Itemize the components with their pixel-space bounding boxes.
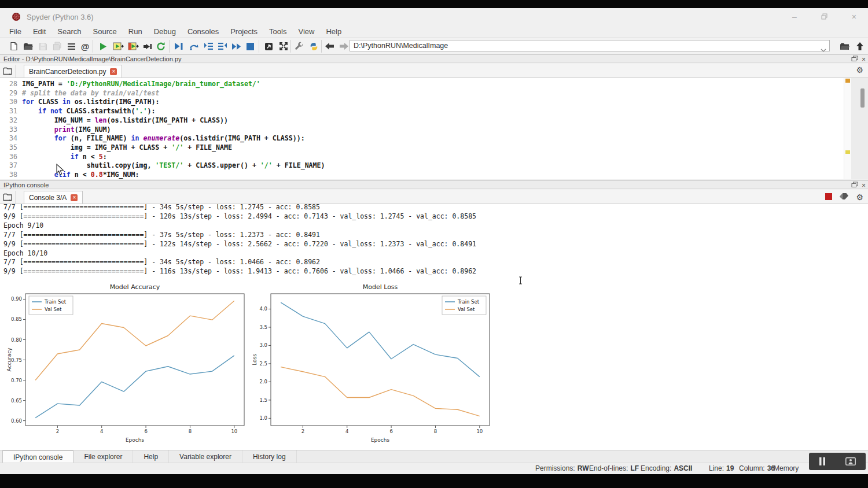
svg-text:Epochs: Epochs — [371, 437, 390, 443]
plugin-tab-variable-explorer[interactable]: Variable explorer — [169, 450, 242, 463]
menu-search[interactable]: Search — [52, 27, 87, 36]
video-frame: Spyder (Python 3.6) – × FileEditSearchSo… — [0, 0, 868, 488]
letterbox-bottom — [0, 474, 868, 488]
plugin-tab-help[interactable]: Help — [133, 450, 169, 463]
restart-kernel-icon[interactable] — [154, 39, 168, 53]
code-line[interactable]: 34 for (n, FILE_NAME) in enumerate(os.li… — [0, 134, 851, 143]
console-options-gear-icon[interactable]: ⚙ — [856, 193, 863, 202]
code-line[interactable]: 36 if n < 5: — [0, 153, 851, 162]
working-directory-input[interactable] — [350, 40, 830, 51]
console-panel-header[interactable]: IPython console × — [0, 180, 868, 189]
code-line[interactable]: 30for CLASS in os.listdir(IMG_PATH): — [0, 98, 851, 107]
close-pane-icon[interactable]: × — [862, 182, 866, 190]
new-file-icon[interactable] — [7, 39, 21, 53]
svg-text:2: 2 — [301, 428, 304, 434]
close-tab-icon[interactable]: × — [71, 194, 78, 201]
plugin-tab-ipython-console[interactable]: IPython console — [2, 450, 73, 463]
code-line[interactable]: 35 img = IMG_PATH + CLASS + '/' + FILE_N… — [0, 143, 851, 153]
step-over-icon[interactable] — [187, 39, 201, 53]
plugin-tab-file-explorer[interactable]: File explorer — [73, 450, 133, 463]
save-all-icon[interactable] — [50, 39, 64, 53]
browse-tabs-icon[interactable] — [0, 65, 16, 77]
interrupt-kernel-icon[interactable] — [825, 192, 832, 202]
line-number: 33 — [0, 125, 22, 135]
console-tab[interactable]: Console 3/A × — [24, 191, 83, 204]
menu-edit[interactable]: Edit — [27, 27, 52, 36]
code-line[interactable]: 32 IMG_NUM = len(os.listdir(IMG_PATH + C… — [0, 116, 851, 125]
maximize-button[interactable] — [821, 12, 827, 21]
menu-source[interactable]: Source — [87, 27, 123, 36]
plugin-tab-history-log[interactable]: History log — [242, 450, 297, 463]
code-line[interactable]: 29# split the data by train/val/test — [0, 89, 851, 98]
code-line[interactable]: 37 shutil.copy(img, 'TEST/' + CLASS.uppe… — [0, 161, 851, 171]
python-path-icon[interactable] — [307, 39, 321, 53]
rerun-selection-icon[interactable] — [141, 39, 155, 53]
menu-file[interactable]: File — [3, 27, 27, 36]
eraser-icon[interactable] — [839, 192, 849, 202]
code-line[interactable]: 38 elif n < 0.8*IMG_NUM: — [0, 171, 851, 179]
run-cell-icon[interactable] — [111, 39, 125, 53]
stop-debug-icon[interactable] — [243, 39, 257, 53]
undock-icon[interactable] — [851, 56, 858, 64]
run-file-icon[interactable] — [96, 39, 110, 53]
console-output-line: Epoch 9/10 — [3, 221, 868, 231]
browse-directory-icon[interactable] — [838, 39, 852, 53]
line-number: 34 — [0, 134, 22, 143]
svg-text:4: 4 — [345, 428, 348, 434]
spyder-logo-icon — [12, 12, 21, 21]
code-line[interactable]: 33 print(IMG_NUM) — [0, 125, 851, 135]
editor-tab[interactable]: BrainCancerDetection.py × — [24, 65, 122, 77]
debug-file-icon[interactable] — [172, 39, 186, 53]
symbol-finder-icon[interactable]: @ — [78, 39, 92, 53]
svg-text:4: 4 — [100, 428, 103, 434]
save-icon[interactable] — [36, 39, 50, 53]
menu-help[interactable]: Help — [320, 27, 347, 36]
menu-projects[interactable]: Projects — [225, 27, 263, 36]
console-output-line: 7/7 [==============================] - 3… — [3, 231, 868, 240]
console-output-area[interactable]: 7/7 [==============================] - 3… — [0, 204, 868, 450]
back-icon[interactable] — [323, 39, 337, 53]
code-line[interactable]: 31 if not CLASS.startswith('.'): — [0, 107, 851, 116]
menu-run[interactable]: Run — [123, 27, 148, 36]
close-button[interactable]: × — [852, 12, 856, 21]
svg-text:0.65: 0.65 — [11, 398, 22, 404]
presenter-view-icon[interactable] — [845, 457, 856, 465]
menu-debug[interactable]: Debug — [148, 27, 182, 36]
title-bar[interactable]: Spyder (Python 3.6) – × — [0, 8, 868, 25]
file-switcher-icon[interactable] — [64, 39, 78, 53]
fullscreen-icon[interactable] — [277, 39, 290, 53]
editor-tab-label: BrainCancerDetection.py — [29, 68, 106, 76]
status-encoding: Encoding:ASCII — [641, 464, 692, 472]
code-line[interactable]: 28IMG_PATH = 'D:/PythonRUN/MedicalImage/… — [0, 80, 851, 89]
parent-directory-icon[interactable] — [853, 39, 867, 53]
code-editor[interactable]: 28IMG_PATH = 'D:/PythonRUN/MedicalImage/… — [0, 78, 851, 179]
preferences-wrench-icon[interactable] — [292, 39, 306, 53]
maximize-pane-icon[interactable] — [262, 39, 275, 53]
browse-tabs-icon[interactable] — [0, 191, 16, 204]
editor-panel-header[interactable]: Editor - D:\PythonRUN\MedicalImage\Brain… — [0, 54, 868, 63]
line-number: 37 — [0, 161, 22, 171]
forward-icon[interactable] — [337, 39, 351, 53]
svg-text:8: 8 — [189, 428, 192, 434]
run-cell-advance-icon[interactable] — [126, 39, 140, 53]
undock-icon[interactable] — [851, 182, 858, 190]
svg-text:10: 10 — [231, 428, 237, 434]
step-into-icon[interactable] — [201, 39, 215, 53]
console-tab-bar: Console 3/A × ⚙ — [0, 190, 868, 204]
editor-options-gear-icon[interactable]: ⚙ — [856, 65, 863, 75]
menu-consoles[interactable]: Consoles — [182, 27, 225, 36]
editor-scrollbar[interactable] — [851, 78, 868, 179]
chevron-down-icon[interactable] — [821, 44, 826, 54]
scrollbar-thumb[interactable] — [860, 88, 865, 108]
pause-button[interactable] — [819, 457, 826, 465]
close-pane-icon[interactable]: × — [862, 56, 866, 64]
menu-tools[interactable]: Tools — [263, 27, 292, 36]
toolbar-separator — [259, 40, 259, 53]
menu-view[interactable]: View — [292, 27, 320, 36]
minimize-button[interactable]: – — [792, 12, 797, 21]
step-return-icon[interactable] — [215, 39, 229, 53]
close-tab-icon[interactable]: × — [110, 68, 117, 75]
continue-execution-icon[interactable] — [229, 39, 243, 53]
console-panel-title: IPython console — [3, 182, 49, 188]
open-file-icon[interactable] — [21, 39, 35, 53]
